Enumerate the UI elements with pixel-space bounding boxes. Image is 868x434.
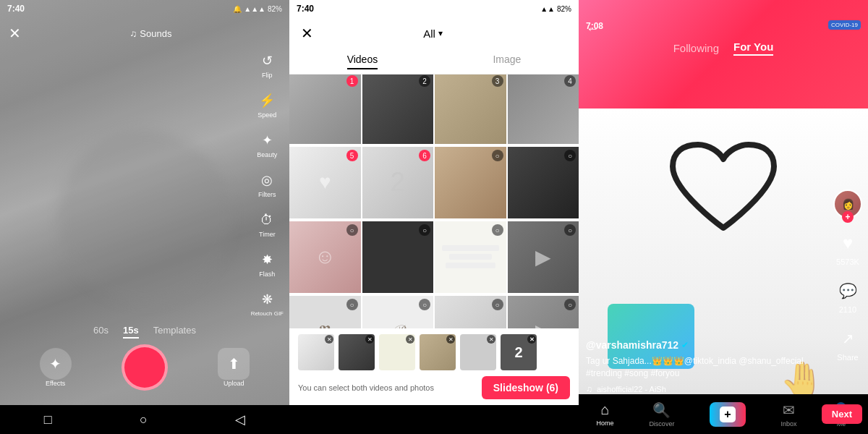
gallery-battery-icon: 82% [557,5,571,13]
duration-templates[interactable]: Templates [153,325,196,339]
selected-thumb-1[interactable]: ✕ [298,334,334,370]
comment-count: 2110 [839,305,856,314]
beauty-control[interactable]: ✦ Beauty [251,130,284,158]
filters-icon: ◎ [257,170,277,190]
remove-selection-1[interactable]: ✕ [325,335,333,344]
retouch-control[interactable]: ❋ Retouch GIF [251,289,284,317]
create-button[interactable]: + [710,402,745,427]
filters-control[interactable]: ◎ Filters [251,170,284,198]
selected-thumb-3[interactable]: ✕ [379,334,415,370]
remove-selection-3[interactable]: ✕ [406,335,414,344]
gallery-cell-6[interactable]: 2 6 [362,147,434,218]
remove-selection-5[interactable]: ✕ [487,335,495,344]
remove-selection-4[interactable]: ✕ [446,335,455,344]
share-icon: ↗ [835,326,861,352]
chevron-down-icon: ▾ [438,28,443,38]
cell-num-7: ○ [492,150,503,161]
gallery-cell-12[interactable]: ▶ ○ [508,221,579,293]
nav-square[interactable]: □ [30,407,67,433]
duration-15s[interactable]: 15s [123,325,139,339]
duration-60s[interactable]: 60s [93,325,109,339]
remove-selection-6[interactable]: ✕ [527,335,536,344]
selected-thumb-2[interactable]: ✕ [339,334,375,370]
effects-button[interactable]: ✦ Effects [40,348,72,387]
gallery-cell-11[interactable]: ○ [435,221,506,293]
music-icon: ♫ [130,28,137,39]
gallery-signal-icon: ▲▲ [540,5,555,13]
notification-icon: 🔔 [233,5,242,13]
gallery-nav-back[interactable]: ◁ [510,406,549,433]
flip-control[interactable]: ↺ Flip [251,51,284,79]
tiktok-right-sidebar: 👩 + ♥ 5573K 💬 2110 ↗ Share [833,190,862,362]
selected-thumb-4[interactable]: ✕ [420,334,456,370]
flash-control[interactable]: ✸ Flash [251,250,284,278]
timer-control[interactable]: ⏱ Timer [251,210,284,238]
nav-back[interactable]: ◁ [221,406,260,433]
covid-badge[interactable]: COVID-19 [828,20,861,30]
camera-status-icons: 🔔 ▲▲▲ 82% [233,5,282,13]
tab-videos[interactable]: Videos [347,54,378,69]
beauty-label: Beauty [257,151,277,158]
nav-discover[interactable]: 🔍 Discover [649,401,674,427]
like-count: 5573K [836,258,859,266]
share-action[interactable]: ↗ Share [835,326,861,362]
record-button[interactable] [122,344,168,391]
camera-status-bar: 7:40 🔔 ▲▲▲ 82% [0,0,289,17]
gallery-cell-1[interactable]: 1 [289,72,361,144]
slideshow-button[interactable]: Slideshow (6) [482,376,570,399]
gallery-hint: You can select both videos and photos [298,383,434,392]
comment-action[interactable]: 💬 2110 [835,278,861,314]
nav-circle[interactable]: ○ [125,407,162,433]
gallery-tabs: Videos Image [289,49,579,75]
gallery-cell-2[interactable]: 2 [362,72,434,144]
speed-control[interactable]: ⚡ Speed [251,90,284,119]
flash-icon: ✸ [257,250,277,270]
camera-bottom-controls: 60s 15s Templates ✦ Effects ⬆ Upload [0,316,289,391]
upload-icon: ⬆ [218,348,250,380]
gallery-cell-7[interactable]: ○ [435,147,506,218]
discover-label: Discover [649,420,674,427]
signal-icon: ▲▲▲ [244,5,265,13]
gallery-cell-10[interactable]: ○ [362,221,434,293]
like-action[interactable]: ♥ 5573K [835,230,861,266]
tiktok-panel: 🤚 7:08 ▲▲ 83% ← Following For You COVID-… [579,0,868,434]
effects-icon: ✦ [40,348,72,380]
sounds-button[interactable]: ♫ Sounds [21,28,281,39]
selected-thumb-6[interactable]: 2 ✕ [501,334,537,370]
gallery-cell-3[interactable]: 3 [435,72,506,144]
camera-nav-bar: □ ○ ◁ [0,405,289,434]
gallery-cell-4[interactable]: 4 [508,72,579,144]
gallery-title: All ▾ [423,27,443,40]
gallery-cell-9[interactable]: ☺ ○ [289,221,361,293]
nav-create[interactable]: + [710,402,745,427]
flip-label: Flip [262,72,273,79]
cell-num-9: ○ [346,224,358,236]
gallery-time: 7:40 [297,4,314,14]
gallery-cell-8[interactable]: ○ [508,147,579,218]
gallery-close-button[interactable]: ✕ [301,25,313,42]
camera-close-button[interactable]: ✕ [9,25,21,42]
remove-selection-2[interactable]: ✕ [365,335,374,344]
cell-num-15: ○ [492,299,503,310]
upload-button[interactable]: ⬆ Upload [218,348,250,387]
plus-icon: + [720,407,735,422]
tab-following[interactable]: Following [673,42,719,54]
nav-inbox[interactable]: ✉ Inbox [781,401,797,427]
selected-thumb-5[interactable]: ✕ [460,334,496,370]
cell-num-8: ○ [564,150,576,161]
gallery-cell-5[interactable]: ♥ 5 [289,147,361,218]
nav-home[interactable]: ⌂ Home [596,401,613,427]
follow-plus-icon: + [842,211,854,223]
tab-for-you[interactable]: For You [733,41,773,56]
tab-image[interactable]: Image [493,54,521,69]
gallery-nav-square[interactable]: □ [319,407,356,433]
retouch-icon: ❋ [257,289,277,310]
next-button[interactable]: Next [822,404,862,424]
gallery-nav-circle[interactable]: ○ [414,407,451,433]
avatar-container: 👩 + [833,190,862,218]
gallery-header: ✕ All ▾ [289,17,579,49]
gallery-status-bar: 7:40 ▲▲ 82% [289,0,579,17]
music-name: aishofficial22 - AiSh [597,385,666,393]
cell-num-14: ○ [419,299,430,310]
back-button[interactable]: ← [586,22,599,37]
